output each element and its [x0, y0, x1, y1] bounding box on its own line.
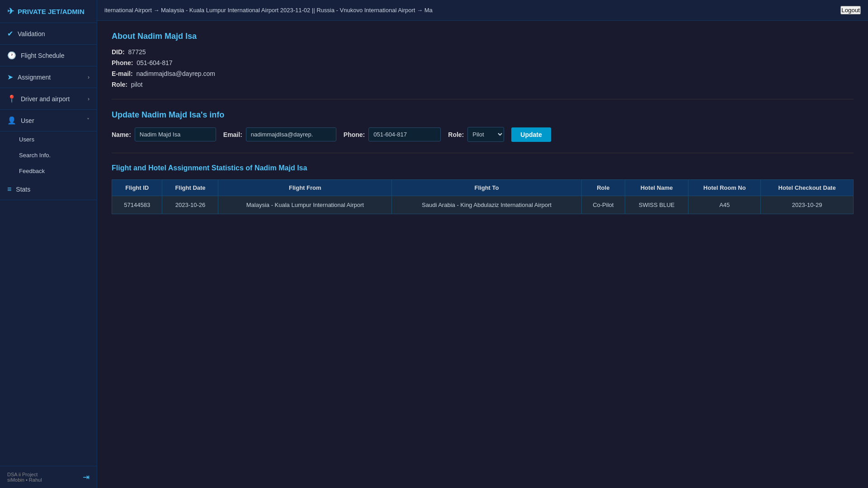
col-hotel-checkout-date: Hotel Checkout Date — [761, 180, 854, 196]
col-role: Role — [581, 180, 625, 196]
table-cell: Saudi Arabia - King Abdulaziz Internatio… — [392, 196, 582, 214]
col-flight-to: Flight To — [392, 180, 582, 196]
col-flight-id: Flight ID — [112, 180, 162, 196]
topbar: iternational Airport → Malaysia - Kuala … — [97, 0, 868, 21]
col-flight-from: Flight From — [218, 180, 392, 196]
sidebar-item-validation[interactable]: ✔ Validation — [0, 23, 97, 45]
email-form-label: Email: — [223, 131, 242, 138]
update-title: Update Nadim Majd Isa's info — [112, 110, 854, 120]
email-value: nadimmajdIsa@dayrep.com — [136, 70, 215, 77]
topbar-marquee: iternational Airport → Malaysia - Kuala … — [104, 7, 840, 14]
chevron-right-icon: › — [88, 74, 90, 80]
update-button[interactable]: Update — [511, 127, 551, 142]
sidebar-subitem-label: Feedback — [19, 168, 45, 174]
logo-icon: ✈ — [7, 6, 14, 16]
stats-table: Flight ID Flight Date Flight From Flight… — [112, 179, 854, 214]
name-input[interactable] — [135, 127, 216, 141]
user-icon: 👤 — [7, 116, 16, 125]
email-group: Email: — [223, 127, 336, 141]
phone-form-label: Phone: — [344, 131, 365, 138]
table-cell: SWISS BLUE — [625, 196, 689, 214]
col-hotel-name: Hotel Name — [625, 180, 689, 196]
table-cell: Co-Pilot — [581, 196, 625, 214]
table-cell: 2023-10-26 — [162, 196, 218, 214]
table-cell: 57144583 — [112, 196, 162, 214]
sidebar-logout-icon[interactable]: ⇥ — [83, 472, 90, 482]
page-content: About Nadim Majd Isa DID: 87725 Phone: 0… — [97, 21, 868, 488]
sidebar-item-user[interactable]: 👤 User ˅ — [0, 110, 97, 131]
sidebar-item-label: Assignment — [18, 74, 51, 81]
sidebar-item-assignment[interactable]: ➤ Assignment › — [0, 66, 97, 88]
sidebar-subitem-feedback[interactable]: Feedback — [0, 163, 97, 179]
app-title: PRIVATE JET/ADMIN — [18, 8, 85, 15]
sidebar-item-label: Flight Schedule — [21, 52, 65, 59]
phone-value: 051-604-817 — [137, 59, 172, 66]
role-form-label: Role: — [448, 131, 464, 138]
divider-1 — [112, 99, 854, 99]
role-value: pilot — [131, 81, 143, 88]
footer-authors: siMobin • Rahul — [7, 477, 42, 483]
email-label: E-mail: — [112, 70, 133, 77]
name-form-label: Name: — [112, 131, 131, 138]
sidebar-item-driver-airport[interactable]: 📍 Driver and airport › — [0, 88, 97, 110]
location-icon: 📍 — [7, 94, 16, 103]
did-label: DID: — [112, 48, 125, 56]
email-input[interactable] — [246, 127, 336, 141]
phone-input[interactable] — [368, 127, 441, 141]
sidebar-subitem-label: Search Info. — [19, 152, 51, 159]
did-row: DID: 87725 — [112, 48, 854, 56]
col-flight-date: Flight Date — [162, 180, 218, 196]
sidebar-subitem-search-info[interactable]: Search Info. — [0, 147, 97, 163]
role-group: Role: Pilot Co-Pilot Driver Admin — [448, 127, 504, 142]
table-header-row: Flight ID Flight Date Flight From Flight… — [112, 180, 854, 196]
assignment-icon: ➤ — [7, 73, 13, 81]
stats-icon: ≡ — [7, 185, 11, 193]
clock-icon: 🕐 — [7, 51, 16, 60]
sidebar-footer: DSA ii Project siMobin • Rahul ⇥ — [0, 466, 97, 488]
marquee-text: iternational Airport → Malaysia - Kuala … — [104, 7, 433, 14]
sidebar-subitem-label: Users — [19, 136, 34, 143]
table-cell: A45 — [689, 196, 761, 214]
main-content: iternational Airport → Malaysia - Kuala … — [97, 0, 868, 488]
sidebar-item-label: Validation — [18, 30, 45, 38]
name-group: Name: — [112, 127, 216, 141]
email-row: E-mail: nadimmajdIsa@dayrep.com — [112, 70, 854, 77]
table-row: 571445832023-10-26Malaysia - Kuala Lumpu… — [112, 196, 854, 214]
sidebar: ✈ PRIVATE JET/ADMIN ✔ Validation 🕐 Fligh… — [0, 0, 97, 488]
sidebar-item-flight-schedule[interactable]: 🕐 Flight Schedule — [0, 45, 97, 66]
sidebar-item-stats[interactable]: ≡ Stats — [0, 179, 97, 200]
table-cell: 2023-10-29 — [761, 196, 854, 214]
stats-name: Nadim Majd Isa — [255, 164, 307, 172]
sidebar-logo: ✈ PRIVATE JET/ADMIN — [0, 0, 97, 23]
update-name: Nadim Majd Isa — [142, 110, 201, 119]
col-hotel-room-no: Hotel Room No — [689, 180, 761, 196]
update-section: Update Nadim Majd Isa's info Name: Email… — [112, 110, 854, 142]
validation-icon: ✔ — [7, 29, 13, 38]
chevron-down-icon: ˅ — [87, 117, 90, 124]
logout-button[interactable]: Logout — [840, 6, 861, 14]
sidebar-item-label: Driver and airport — [21, 95, 70, 103]
footer-project: DSA ii Project — [7, 472, 42, 477]
sidebar-item-label: User — [21, 117, 34, 124]
phone-row: Phone: 051-604-817 — [112, 59, 854, 66]
table-cell: Malaysia - Kuala Lumpur International Ai… — [218, 196, 392, 214]
sidebar-item-label: Stats — [16, 186, 30, 193]
did-value: 87725 — [128, 48, 146, 56]
about-name: Nadim Majd Isa — [137, 32, 197, 41]
table-header: Flight ID Flight Date Flight From Flight… — [112, 180, 854, 196]
update-title-suffix: 's info — [201, 110, 224, 119]
stats-section: Flight and Hotel Assignment Statistics o… — [112, 164, 854, 214]
chevron-right-icon: › — [88, 96, 90, 102]
about-section: About Nadim Majd Isa DID: 87725 Phone: 0… — [112, 32, 854, 88]
about-title: About Nadim Majd Isa — [112, 32, 854, 41]
table-body: 571445832023-10-26Malaysia - Kuala Lumpu… — [112, 196, 854, 214]
sidebar-subitem-users[interactable]: Users — [0, 131, 97, 147]
phone-label: Phone: — [112, 59, 133, 66]
role-row: Role: pilot — [112, 81, 854, 88]
update-form: Name: Email: Phone: Role: Pilot Co-Pilot — [112, 127, 854, 142]
phone-group: Phone: — [344, 127, 441, 141]
stats-title: Flight and Hotel Assignment Statistics o… — [112, 164, 854, 172]
divider-2 — [112, 153, 854, 153]
role-select[interactable]: Pilot Co-Pilot Driver Admin — [467, 127, 504, 142]
role-label: Role: — [112, 81, 127, 88]
